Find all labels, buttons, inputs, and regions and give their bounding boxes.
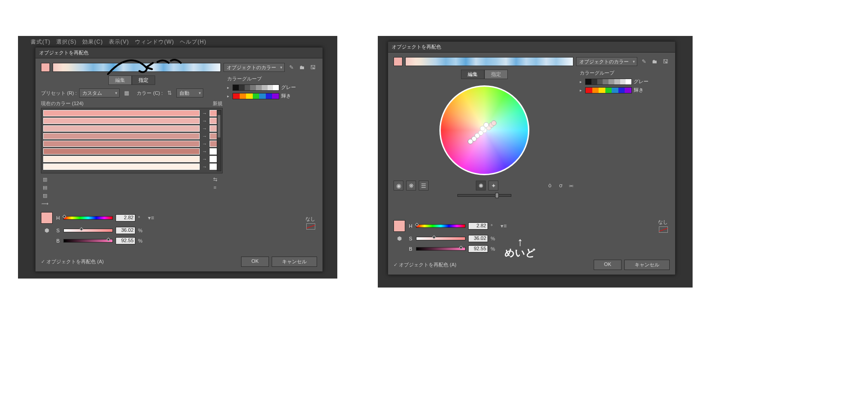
- assign-arrow-icon[interactable]: →: [201, 126, 208, 131]
- assign-arrow-icon[interactable]: →: [201, 164, 208, 169]
- hsb-swatch[interactable]: [41, 212, 53, 224]
- eyedropper-icon[interactable]: ✎: [287, 63, 295, 71]
- segmented-wheel-icon[interactable]: ❋: [406, 181, 416, 190]
- slider-options-icon[interactable]: ▾≡: [500, 222, 508, 230]
- artwork-spectrum[interactable]: [405, 57, 573, 66]
- b-value[interactable]: 92.55: [468, 245, 488, 252]
- color-wheel[interactable]: [439, 85, 529, 175]
- ok-button[interactable]: OK: [241, 257, 269, 267]
- none-swatch-icon[interactable]: [659, 226, 668, 233]
- expand-icon[interactable]: ▸: [227, 85, 231, 90]
- color-row[interactable]: →: [43, 133, 220, 139]
- b-slider[interactable]: [63, 239, 113, 243]
- cancel-button[interactable]: キャンセル: [272, 257, 317, 267]
- hb-mode-icon[interactable]: ✦: [488, 181, 498, 190]
- h-value[interactable]: 2.82: [116, 214, 135, 221]
- color-row[interactable]: →: [43, 148, 220, 155]
- cancel-button[interactable]: キャンセル: [624, 260, 670, 270]
- artwork-spectrum[interactable]: [53, 63, 221, 72]
- object-colors-dropdown[interactable]: オブジェクトのカラー: [576, 57, 637, 66]
- save-group-icon[interactable]: 🖫: [309, 63, 317, 71]
- colorcount-dropdown[interactable]: 自動: [176, 89, 203, 97]
- link-harmony-icon[interactable]: ⫘: [567, 182, 575, 190]
- merge-icon[interactable]: ▥: [41, 175, 49, 183]
- recolor-checkbox[interactable]: オブジェクトを再配色 (A): [394, 261, 456, 268]
- color-row[interactable]: →: [43, 125, 220, 132]
- assign-arrow-icon[interactable]: →: [201, 118, 208, 124]
- tab-assign[interactable]: 指定: [484, 70, 508, 79]
- expand-icon[interactable]: ▸: [227, 94, 231, 98]
- current-color-bar[interactable]: [43, 156, 200, 162]
- current-color-bar[interactable]: [43, 133, 200, 139]
- separate-icon[interactable]: ▤: [41, 183, 49, 191]
- add-color-icon[interactable]: ȯ: [546, 182, 554, 190]
- recolor-checkbox[interactable]: オブジェクトを再配色 (A): [41, 258, 104, 265]
- colorgroup-bright[interactable]: ▸ 輝き: [227, 93, 317, 99]
- sort-right-icon[interactable]: ≡: [211, 183, 219, 191]
- mode-tabs: 編集 指定: [41, 75, 223, 85]
- assign-arrow-icon[interactable]: →: [201, 133, 208, 139]
- b-slider[interactable]: [416, 247, 465, 251]
- smooth-wheel-icon[interactable]: ◉: [394, 181, 403, 190]
- s-value[interactable]: 36.02: [116, 227, 135, 234]
- remove-color-icon[interactable]: ơ: [556, 182, 564, 190]
- s-slider[interactable]: [63, 229, 113, 232]
- expand-icon[interactable]: ▸: [580, 80, 583, 84]
- tab-edit[interactable]: 編集: [108, 75, 132, 85]
- b-value[interactable]: 92.55: [116, 237, 135, 244]
- color-row[interactable]: →: [43, 164, 220, 170]
- s-value[interactable]: 36.02: [468, 235, 488, 242]
- current-color-bar[interactable]: [43, 141, 200, 147]
- slider-options-icon[interactable]: ▾≡: [147, 214, 155, 222]
- folder-icon[interactable]: 🖿: [651, 58, 659, 66]
- tab-assign[interactable]: 指定: [132, 75, 155, 85]
- active-color-swatch[interactable]: [394, 57, 403, 66]
- current-color-bar[interactable]: [43, 148, 200, 155]
- colormode-icon[interactable]: ⬢: [394, 235, 405, 243]
- recolor-dialog-assign: オブジェクトを再配色 オブジェクトのカラー ✎ 🖿 🖫 編集 指定 プリセット …: [35, 47, 323, 272]
- assign-arrow-icon[interactable]: →: [201, 141, 208, 146]
- current-color-bar[interactable]: [43, 110, 200, 116]
- ok-button[interactable]: OK: [594, 260, 622, 270]
- colorgroup-bright[interactable]: ▸ 輝き: [580, 87, 670, 93]
- stepper-icon[interactable]: ⇅: [166, 89, 174, 97]
- expand-icon[interactable]: ▸: [580, 88, 583, 93]
- eyedropper-icon[interactable]: ✎: [640, 58, 648, 66]
- b-label: B: [55, 238, 61, 243]
- colorgroup-gray[interactable]: ▸ グレー: [227, 84, 317, 91]
- assign-arrow-icon[interactable]: →: [201, 149, 208, 154]
- sort-left-icon[interactable]: ⇆: [211, 175, 219, 183]
- active-color-swatch[interactable]: [41, 63, 50, 72]
- color-row[interactable]: →: [43, 141, 220, 147]
- colorgroup-gray[interactable]: ▸ グレー: [580, 78, 670, 85]
- color-row[interactable]: →: [43, 156, 220, 162]
- current-color-bar[interactable]: [43, 125, 200, 132]
- save-group-icon[interactable]: 🖫: [662, 58, 670, 66]
- preset-dropdown[interactable]: カスタム: [79, 89, 120, 97]
- hs-mode-icon[interactable]: ✺: [476, 181, 486, 190]
- colorgroup-gray-label: グレー: [281, 84, 296, 91]
- assign-arrow-icon[interactable]: →: [201, 156, 208, 162]
- assign-arrow-icon[interactable]: →: [201, 111, 208, 116]
- colormode-icon[interactable]: ⬢: [41, 226, 53, 235]
- color-row[interactable]: →: [43, 110, 220, 116]
- current-color-bar[interactable]: [43, 118, 200, 124]
- object-colors-dropdown[interactable]: オブジェクトのカラー: [224, 63, 285, 72]
- h-slider[interactable]: [63, 216, 113, 220]
- brightness-slider[interactable]: [457, 194, 511, 197]
- color-row[interactable]: →: [43, 118, 220, 124]
- s-slider[interactable]: [416, 237, 465, 240]
- bars-icon[interactable]: ☰: [419, 181, 429, 190]
- newrow-icon[interactable]: ⟿: [41, 199, 49, 208]
- preset-options-icon[interactable]: ▦: [122, 89, 130, 97]
- exclude-icon[interactable]: ▨: [41, 191, 49, 199]
- current-color-bar[interactable]: [43, 164, 200, 170]
- none-swatch-icon[interactable]: [306, 223, 315, 230]
- folder-icon[interactable]: 🖿: [298, 63, 306, 71]
- hsb-swatch[interactable]: [394, 220, 405, 232]
- h-slider[interactable]: [416, 224, 465, 228]
- list-scrollbar[interactable]: [217, 110, 221, 171]
- new-colors-label: 新規: [213, 100, 223, 107]
- tab-edit[interactable]: 編集: [461, 70, 484, 79]
- h-value[interactable]: 2.82: [468, 222, 488, 230]
